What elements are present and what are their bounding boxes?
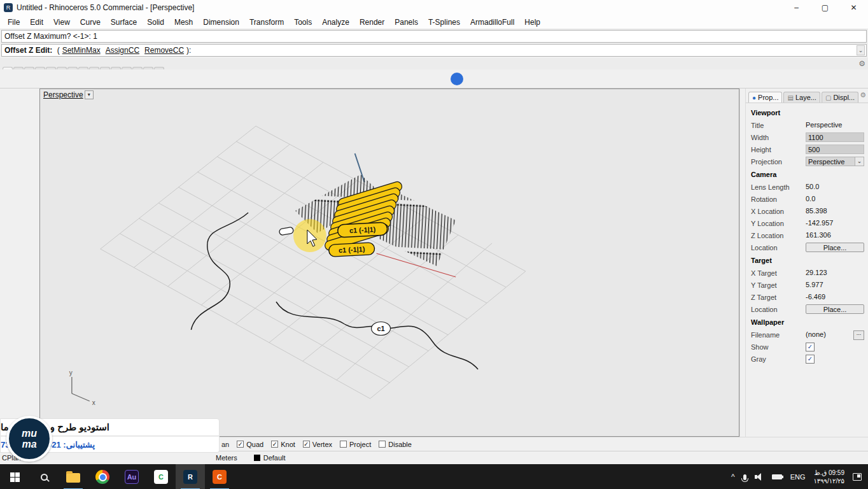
toolbar-tab[interactable] [46, 67, 56, 69]
split-icon[interactable] [20, 281, 38, 298]
circle-icon[interactable] [1, 144, 18, 160]
zoom-extents-icon[interactable] [227, 71, 242, 87]
osnap-toggle[interactable]: Project [340, 441, 371, 448]
tab-display[interactable]: ▢ Displ... [822, 92, 858, 103]
minimize-button[interactable]: – [782, 0, 811, 15]
units-pane[interactable]: Meters [216, 454, 237, 462]
viewport-menu-chevron-icon[interactable]: ▾ [85, 90, 94, 99]
wireframe-icon[interactable] [313, 71, 328, 87]
fillet-icon[interactable] [1, 299, 18, 315]
command-option[interactable]: AssignCC [106, 46, 139, 55]
mirror-icon[interactable] [1, 350, 18, 367]
command-prompt-line[interactable]: Offset Z Edit: (SetMinMaxAssignCCRemoveC… [1, 44, 867, 57]
explode-icon[interactable] [20, 264, 38, 281]
help-icon[interactable] [451, 73, 463, 85]
start-button[interactable] [0, 464, 29, 489]
menu-item[interactable]: T-Splines [423, 16, 465, 29]
paste-icon[interactable] [124, 71, 139, 87]
export-icon[interactable] [73, 71, 88, 87]
panel-splitter[interactable] [739, 89, 746, 437]
language-indicator[interactable]: ENG [790, 473, 806, 481]
move-icon[interactable] [1, 316, 18, 332]
toolbar-tab[interactable] [24, 67, 34, 69]
raytraced-icon[interactable] [382, 71, 397, 87]
property-value[interactable]: Place... [806, 304, 864, 314]
checkbox[interactable] [379, 441, 386, 448]
checkbox[interactable] [271, 441, 278, 448]
menu-item[interactable]: Solid [142, 16, 169, 29]
file-explorer-button[interactable] [59, 464, 88, 489]
ellipse-icon[interactable] [20, 144, 38, 160]
rotate-icon[interactable] [1, 333, 18, 350]
toolbar-options-gear-icon[interactable]: ⚙ [858, 59, 865, 68]
osnap-toggle[interactable]: Quad [237, 441, 263, 448]
surface-corner-icon[interactable] [20, 195, 38, 212]
toolbar-tab[interactable] [13, 67, 24, 69]
toolbar-tab[interactable] [122, 67, 132, 69]
loft-icon[interactable] [20, 213, 38, 229]
print-icon[interactable] [55, 71, 71, 87]
audition-button[interactable]: Au [117, 464, 146, 489]
menu-item[interactable]: Help [519, 16, 545, 29]
osnap-toggle[interactable]: Disable [379, 441, 412, 448]
rectangle-icon[interactable] [1, 178, 18, 195]
taskbar-search-button[interactable] [29, 464, 59, 489]
property-value[interactable] [806, 342, 864, 351]
join-icon[interactable] [1, 264, 18, 281]
options-gear-icon[interactable] [416, 71, 431, 87]
clock[interactable]: 09:59 ق.ظ ۱۳۹۹/۱۲/۲۵ [813, 469, 844, 485]
menu-item[interactable]: Mesh [169, 16, 198, 29]
microphone-icon[interactable] [743, 474, 746, 480]
checkbox[interactable] [340, 441, 347, 448]
battery-icon[interactable] [772, 474, 782, 479]
toolbar-tab[interactable] [100, 67, 110, 69]
tray-chevron-icon[interactable]: ^ [731, 472, 735, 481]
toolbar-tab[interactable] [143, 67, 153, 69]
pan-icon[interactable] [158, 71, 174, 87]
line-icon[interactable] [1, 161, 18, 178]
perspective-viewport[interactable]: Perspective ▾ [39, 89, 739, 437]
array-icon[interactable] [20, 350, 38, 367]
viewport-title-text[interactable]: Perspective [43, 90, 83, 99]
toolbar-tab[interactable] [78, 67, 88, 69]
menu-item[interactable]: Panels [389, 16, 423, 29]
toolbar-tab[interactable] [154, 67, 164, 69]
toolbar-tab[interactable] [3, 67, 13, 69]
move-view-icon[interactable] [176, 71, 191, 87]
tab-properties[interactable]: ● Prop... [748, 92, 782, 103]
tab-layers[interactable]: ▤ Laye... [783, 92, 820, 103]
zoom-icon[interactable] [193, 71, 208, 87]
undo-icon[interactable] [141, 71, 157, 87]
shaded-icon[interactable] [330, 71, 346, 87]
checkbox[interactable] [237, 441, 244, 448]
zoom-window-icon[interactable] [210, 71, 225, 87]
spray-icon[interactable] [1, 247, 18, 264]
open-file-icon[interactable] [21, 71, 36, 87]
arc-icon[interactable] [20, 127, 38, 143]
toolbar-tab[interactable] [132, 67, 143, 69]
osnap-toggle[interactable]: Vertex [303, 441, 332, 448]
command-option[interactable]: RemoveCC [144, 46, 184, 55]
menu-item[interactable]: Render [354, 16, 389, 29]
menu-item[interactable]: File [3, 16, 25, 29]
boxedit-icon[interactable] [296, 71, 311, 87]
menu-item[interactable]: Curve [75, 16, 106, 29]
property-value[interactable] [806, 354, 864, 364]
polyline-icon[interactable] [20, 161, 38, 178]
menu-item[interactable]: Transform [244, 16, 289, 29]
trim-icon[interactable] [1, 281, 18, 298]
osnap-toggle[interactable]: Knot [271, 441, 295, 448]
chrome-button[interactable] [88, 464, 117, 489]
action-center-icon[interactable] [853, 473, 862, 481]
surface-icon[interactable] [1, 195, 18, 212]
maximize-button[interactable]: ▢ [811, 0, 839, 15]
rhino-button[interactable]: R [176, 464, 205, 489]
curve-icon[interactable] [1, 127, 18, 143]
clip-app-button[interactable]: C [205, 464, 234, 489]
sphere-icon[interactable] [20, 230, 38, 246]
extrude-icon[interactable] [1, 213, 18, 229]
rotate-view-icon[interactable] [244, 71, 260, 87]
property-value[interactable]: 1100 [806, 132, 864, 142]
select-arrow-icon[interactable] [1, 92, 18, 109]
checkbox[interactable] [303, 441, 310, 448]
